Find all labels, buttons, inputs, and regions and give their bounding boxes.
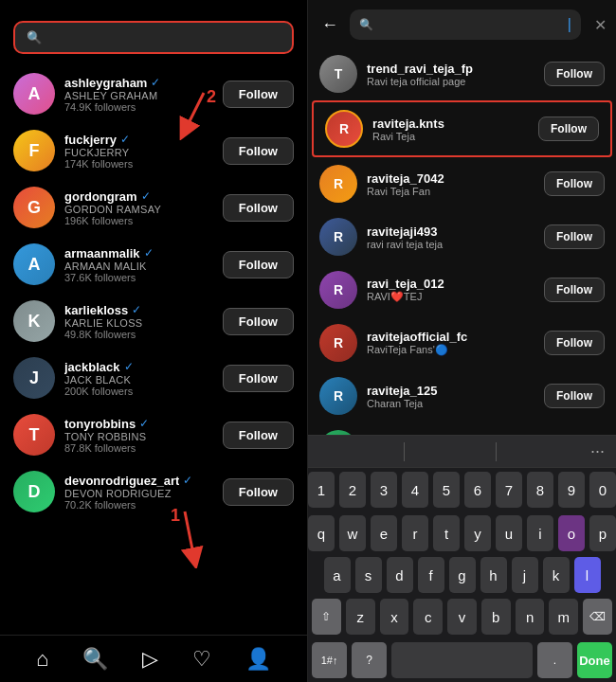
results-list: Ttrend_ravi_teja_fpRavi teja official pa… — [308, 47, 616, 435]
follow-button[interactable]: Follow — [223, 137, 294, 165]
key-9[interactable]: 9 — [558, 472, 585, 508]
done-key[interactable]: Done — [577, 642, 612, 678]
result-avatar: R — [319, 218, 357, 256]
key-r[interactable]: r — [402, 515, 428, 551]
avatar: A — [13, 243, 55, 285]
key-v[interactable]: v — [447, 599, 477, 635]
left-header: 🔍 — [0, 0, 307, 62]
key-f[interactable]: f — [418, 557, 444, 593]
key-j[interactable]: j — [512, 557, 538, 593]
shift-key[interactable]: ⇧ — [312, 599, 341, 635]
follower-count: 74.9K followers — [64, 101, 213, 113]
key-d[interactable]: d — [387, 557, 413, 593]
key-u[interactable]: u — [496, 515, 522, 551]
display-name: ARMAAN MALIK — [64, 260, 213, 272]
key-2[interactable]: 2 — [339, 472, 366, 508]
result-subname: Ravi teja official page — [367, 76, 534, 87]
user-item: Ffuckjerry✓FUCKJERRY174K followersFollow — [0, 122, 307, 179]
key-t[interactable]: t — [433, 515, 460, 551]
key-g[interactable]: g — [449, 557, 476, 593]
follow-button[interactable]: Follow — [223, 81, 294, 108]
key-h[interactable]: h — [480, 557, 507, 593]
follow-button[interactable]: Follow — [223, 251, 294, 278]
result-item: Rraviteja_125Charan TejaFollow — [308, 369, 616, 422]
username: devonrodriguez_art — [64, 474, 179, 488]
follow-button[interactable]: Follow — [544, 278, 605, 302]
key-p[interactable]: p — [589, 515, 616, 551]
search-nav-icon[interactable]: 🔍 — [82, 647, 108, 672]
verified-badge: ✓ — [151, 76, 160, 89]
avatar: G — [13, 187, 55, 228]
home-icon[interactable]: ⌂ — [36, 647, 48, 672]
more-suggestions[interactable]: ··· — [587, 441, 608, 461]
follow-button[interactable]: Follow — [544, 62, 605, 86]
kb-row-zxcv: ⇧ z x c v b n m ⌫ — [308, 595, 616, 638]
follow-button[interactable]: Follow — [544, 331, 605, 355]
follower-count: 70.2K followers — [64, 499, 213, 511]
follow-button[interactable]: Follow — [538, 117, 599, 141]
follow-button[interactable]: Follow — [544, 384, 605, 408]
reels-icon[interactable]: ▷ — [142, 647, 158, 672]
key-q[interactable]: q — [308, 515, 335, 551]
key-6[interactable]: 6 — [464, 472, 491, 508]
key-c[interactable]: c — [413, 599, 443, 635]
user-item: Aarmaanmalik✓ARMAAN MALIK37.6K followers… — [0, 236, 307, 293]
key-a[interactable]: a — [324, 557, 351, 593]
heart-icon[interactable]: ♡ — [192, 647, 211, 672]
key-0[interactable]: 0 — [589, 472, 616, 508]
follow-button[interactable]: Follow — [223, 422, 294, 449]
key-4[interactable]: 4 — [402, 472, 428, 508]
key-n[interactable]: n — [516, 599, 545, 635]
user-item: Kkarliekloss✓Karlie Kloss49.8K followers… — [0, 293, 307, 350]
key-s[interactable]: s — [355, 557, 382, 593]
back-button[interactable]: ← — [317, 13, 342, 37]
username: ashleygraham — [64, 76, 147, 90]
period-key[interactable]: . — [537, 642, 572, 678]
follow-button[interactable]: Follow — [544, 224, 605, 249]
key-1[interactable]: 1 — [308, 472, 335, 508]
follow-button[interactable]: Follow — [223, 365, 294, 392]
clear-button[interactable]: ✕ — [594, 16, 607, 34]
verified-badge: ✓ — [120, 133, 130, 146]
key-3[interactable]: 3 — [371, 472, 397, 508]
profile-icon[interactable]: 👤 — [245, 647, 271, 672]
suggestion-teja[interactable] — [407, 448, 493, 456]
key-5[interactable]: 5 — [433, 472, 460, 508]
user-item: Ttonyrobbins✓Tony Robbins87.8K followers… — [0, 406, 307, 463]
key-m[interactable]: m — [549, 599, 578, 635]
search-input-container[interactable]: 🔍 | — [350, 9, 581, 40]
emoji-key[interactable]: ? — [352, 642, 387, 678]
key-x[interactable]: x — [380, 599, 409, 635]
follow-button[interactable]: Follow — [223, 308, 294, 335]
key-z[interactable]: z — [346, 599, 375, 635]
result-avatar: R — [319, 271, 357, 309]
username: jackblack — [64, 360, 120, 374]
key-7[interactable]: 7 — [496, 472, 522, 508]
key-o[interactable]: o — [558, 515, 585, 551]
delete-key[interactable]: ⌫ — [583, 599, 612, 635]
key-l[interactable]: l — [574, 557, 601, 593]
follow-button[interactable]: Follow — [544, 171, 605, 196]
suggestion-tech[interactable] — [498, 448, 585, 456]
key-8[interactable]: 8 — [527, 472, 553, 508]
key-i[interactable]: i — [527, 515, 553, 551]
key-k[interactable]: k — [543, 557, 570, 593]
search-bar[interactable]: 🔍 — [13, 21, 294, 54]
avatar: J — [13, 357, 55, 399]
follow-button[interactable]: Follow — [223, 478, 294, 506]
key-w[interactable]: w — [339, 515, 366, 551]
follower-count: 87.8K followers — [64, 442, 213, 454]
symbols-key[interactable]: 1#↑ — [312, 642, 347, 678]
key-y[interactable]: y — [464, 515, 491, 551]
suggestion-tea[interactable] — [316, 448, 402, 456]
space-key[interactable] — [391, 642, 533, 678]
follower-count: 200K followers — [64, 386, 213, 397]
key-e[interactable]: e — [371, 515, 397, 551]
follow-button[interactable]: Follow — [223, 194, 294, 222]
username: gordongram — [64, 189, 137, 204]
key-b[interactable]: b — [481, 599, 511, 635]
verified-badge: ✓ — [183, 474, 192, 487]
result-subname: Ravi Teja Fan — [367, 186, 534, 197]
result-avatar: R — [319, 324, 357, 362]
avatar: K — [13, 300, 55, 342]
